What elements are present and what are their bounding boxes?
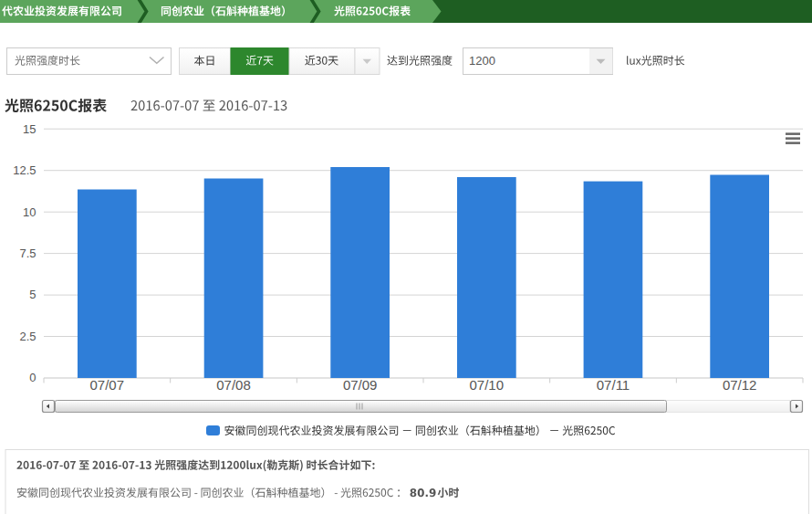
svg-text:07/11: 07/11 (597, 377, 630, 393)
svg-text:07/10: 07/10 (470, 377, 505, 393)
svg-text:07/07: 07/07 (90, 377, 125, 393)
svg-text:07/12: 07/12 (723, 377, 757, 393)
svg-text:1200: 1200 (469, 54, 495, 68)
svg-text:5: 5 (29, 288, 36, 301)
svg-text:15: 15 (23, 122, 36, 136)
svg-text:2.5: 2.5 (19, 330, 36, 343)
svg-text:12.5: 12.5 (13, 163, 36, 177)
svg-text:10: 10 (23, 205, 36, 219)
svg-text:07/09: 07/09 (343, 377, 378, 393)
svg-text:0: 0 (29, 371, 36, 384)
svg-text:7.5: 7.5 (19, 247, 36, 260)
svg-text:07/08: 07/08 (216, 377, 251, 393)
